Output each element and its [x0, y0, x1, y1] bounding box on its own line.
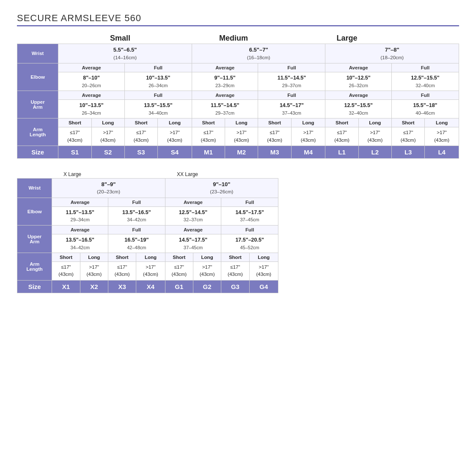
size-s4: S4 [158, 146, 192, 158]
upperarm-label: UpperArm [17, 91, 58, 118]
elbow-label: Elbow [17, 63, 58, 91]
table2-size-group-header: X Large XX Large [63, 171, 459, 177]
wrist-medium: 6.5"–7" (16–18cm) [192, 44, 325, 63]
t2-elbow-data-row: 11.5"–13.5"29–34cm 13.5"–16.5"34–42cm 12… [17, 206, 278, 225]
al-s2: >17"(43cm) [91, 127, 124, 146]
t2-ua-xl-avg-val: 13.5"–16.5"34–42cm [52, 234, 108, 253]
t2-al-g1-lo: Long [193, 253, 221, 262]
header-xxlarge: XX Large [177, 171, 290, 177]
table1: Wrist 5.5"–6.5" (14–16cm) 6.5"–7" (16–18… [17, 44, 459, 159]
t2-al-x1: ≤17"(43cm) [52, 262, 80, 281]
elbow-s-full: Full [124, 63, 192, 72]
t2-al-g3: ≤17"(43cm) [221, 262, 249, 281]
t2-al-g1-sh: Short [165, 253, 193, 262]
elbow-l-avg: Average [325, 63, 392, 72]
t2-al-x2-lo: Long [136, 253, 165, 262]
size-m4: M4 [291, 146, 325, 158]
al-l2-sh: Short [392, 118, 425, 127]
table2: Wrist 8"–9" (20–23cm) 9"–10" (23–26cm) E… [17, 178, 278, 293]
size-m3: M3 [258, 146, 291, 158]
al-s4: >17"(43cm) [158, 127, 192, 146]
size-l2: L2 [358, 146, 391, 158]
upperarm-data-row: 10"–13.5"26–34cm 13.5"–15.5"34–40cm 11.5… [17, 100, 459, 118]
page-title: SECURE ARMSLEEVE 560 [17, 13, 459, 24]
ua-l-avg: Average [325, 91, 392, 100]
t2-elbow-xl-full-val: 13.5"–16.5"34–42cm [108, 206, 165, 225]
t2-armlength-subheader-row: ArmLength Short Long Short Long Short Lo… [17, 253, 278, 262]
size-row: Size S1 S2 S3 S4 M1 M2 M3 M4 L1 L2 L3 L4 [17, 146, 459, 158]
al-m4: >17"(43cm) [291, 127, 325, 146]
size-l1: L1 [325, 146, 358, 158]
al-s1-lo: Long [91, 118, 124, 127]
ua-s-full-val: 13.5"–15.5"34–40cm [124, 100, 192, 118]
t2-wrist-xxl: 9"–10" (23–26cm) [165, 178, 278, 198]
ua-l-full: Full [392, 91, 459, 100]
ua-l-full-val: 15.5"–18"40–46cm [392, 100, 459, 118]
t2-size-g4: G4 [249, 280, 278, 293]
ua-s-avg-val: 10"–13.5"26–34cm [58, 100, 125, 118]
elbow-l-full: Full [392, 63, 459, 72]
al-l2: >17"(43cm) [358, 127, 391, 146]
header-large: Large [290, 34, 404, 43]
t2-elbow-subheader-row: Elbow Average Full Average Full [17, 198, 278, 206]
size-m2: M2 [225, 146, 258, 158]
elbow-s-avg-val: 8"–10"20–26cm [58, 72, 125, 91]
ua-m-avg-val: 11.5"–14.5"29–37cm [192, 100, 258, 118]
elbow-s-full-val: 10"–13.5"26–34cm [124, 72, 192, 91]
al-s3: ≤17"(43cm) [124, 127, 157, 146]
t2-size-g2: G2 [193, 280, 221, 293]
al-l1-sh: Short [325, 118, 358, 127]
t2-wrist-label: Wrist [17, 178, 52, 198]
upperarm-subheader-row: UpperArm Average Full Average Full Avera… [17, 91, 459, 100]
al-l1-lo: Long [358, 118, 391, 127]
elbow-l-full-val: 12.5"–15.5"32–40cm [392, 72, 459, 91]
t2-upperarm-subheader-row: UpperArm Average Full Average Full [17, 225, 278, 234]
header-medium: Medium [177, 34, 290, 43]
t2-ua-xl-avg: Average [52, 225, 108, 234]
t2-al-x4: >17"(43cm) [136, 262, 165, 281]
al-m2-lo: Long [291, 118, 325, 127]
al-m2-sh: Short [258, 118, 291, 127]
t2-elbow-xxl-avg-val: 12.5"–14.5"32–37cm [165, 206, 221, 225]
elbow-l-avg-val: 10"–12.5"26–32cm [325, 72, 392, 91]
t2-al-x1-sh: Short [52, 253, 80, 262]
t2-size-g1: G1 [165, 280, 193, 293]
t2-upperarm-data-row: 13.5"–16.5"34–42cm 16.5"–19"42–48cm 14.5… [17, 234, 278, 253]
t2-size-x3: X3 [108, 280, 136, 293]
t2-elbow-xl-avg-val: 11.5"–13.5"29–34cm [52, 206, 108, 225]
size-l3: L3 [392, 146, 425, 158]
t2-ua-xl-full-val: 16.5"–19"42–48cm [108, 234, 165, 253]
t2-elbow-xl-full: Full [108, 198, 165, 206]
t2-size-label: Size [17, 280, 52, 293]
t2-al-g4: >17"(43cm) [249, 262, 278, 281]
t2-ua-xxl-avg: Average [165, 225, 221, 234]
table1-size-group-header: Small Medium Large [63, 34, 459, 43]
armlength-label: ArmLength [17, 118, 58, 146]
ua-l-avg-val: 12.5"–15.5"32–40cm [325, 100, 392, 118]
wrist-row: Wrist 5.5"–6.5" (14–16cm) 6.5"–7" (16–18… [17, 44, 459, 63]
al-s2-lo: Long [158, 118, 192, 127]
al-m1-lo: Long [225, 118, 258, 127]
al-m3: ≤17"(43cm) [258, 127, 291, 146]
ua-m-full-val: 14.5"–17"37–43cm [258, 100, 325, 118]
ua-m-full: Full [258, 91, 325, 100]
t2-size-x1: X1 [52, 280, 80, 293]
t2-size-g3: G3 [221, 280, 249, 293]
al-l1: ≤17"(43cm) [325, 127, 358, 146]
t2-elbow-xxl-avg: Average [165, 198, 221, 206]
elbow-data-row: 8"–10"20–26cm 10"–13.5"26–34cm 9"–11.5"2… [17, 72, 459, 91]
t2-al-g1: ≤17"(43cm) [165, 262, 193, 281]
ua-m-avg: Average [192, 91, 258, 100]
ua-s-avg: Average [58, 91, 125, 100]
al-m1-sh: Short [192, 118, 225, 127]
t2-ua-xl-full: Full [108, 225, 165, 234]
elbow-m-full: Full [258, 63, 325, 72]
elbow-m-avg: Average [192, 63, 258, 72]
t2-size-x4: X4 [136, 280, 165, 293]
wrist-small: 5.5"–6.5" (14–16cm) [58, 44, 192, 63]
t2-armlength-label: ArmLength [17, 253, 52, 281]
wrist-large: 7"–8" (18–20cm) [325, 44, 459, 63]
ua-s-full: Full [124, 91, 192, 100]
size-m1: M1 [192, 146, 225, 158]
elbow-m-avg-val: 9"–11.5"23–29cm [192, 72, 258, 91]
